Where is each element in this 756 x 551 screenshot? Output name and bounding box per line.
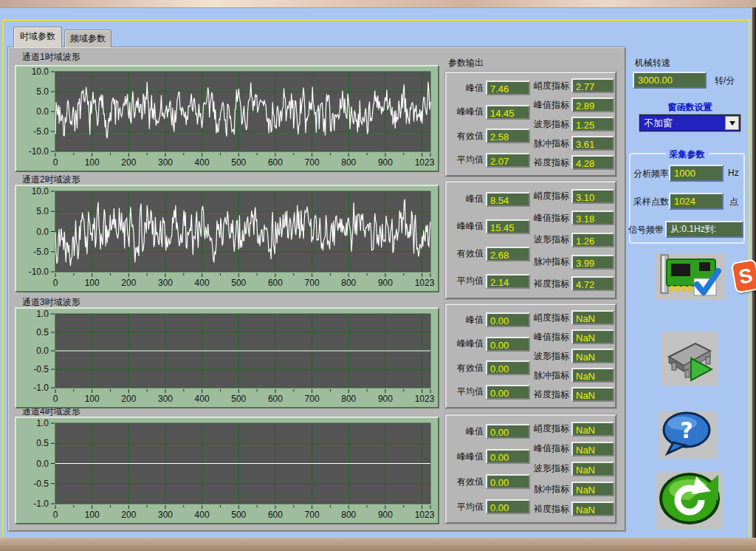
y-tick-label: -5.0 <box>16 247 49 257</box>
y-tick-label: 0.0 <box>16 346 49 356</box>
param-label: 平均值 <box>450 154 484 166</box>
y-tick-label: 0.0 <box>16 227 49 237</box>
chip-run-icon <box>663 332 717 386</box>
x-tick-label: 0 <box>39 510 72 520</box>
sample-count-input[interactable]: 1024 <box>669 193 724 210</box>
param-field: 有效值0.00 <box>450 360 532 375</box>
param-label: 峭度指标 <box>529 190 569 202</box>
param-value: 2.77 <box>571 78 614 93</box>
x-tick-label: 200 <box>112 278 145 288</box>
signal-band-input[interactable]: 从:0.1Hz到: <box>665 221 743 238</box>
param-value: NaN <box>571 482 614 496</box>
sogou-icon[interactable]: S <box>731 259 756 293</box>
x-tick-label: 900 <box>369 157 402 168</box>
param-value: 1.26 <box>571 233 614 247</box>
y-tick-label: 10.0 <box>16 186 49 196</box>
param-label: 峰峰值 <box>450 451 484 463</box>
x-tick-label: 1023 <box>408 157 441 168</box>
param-label: 峰值指标 <box>529 99 569 112</box>
analysis-freq-unit: Hz <box>728 168 739 178</box>
waveform-chart-ch4: 1.00.50.0-0.5-1.001002003004005006007008… <box>15 417 439 524</box>
refresh-button[interactable] <box>656 472 723 529</box>
param-label: 峰值 <box>450 82 484 95</box>
device-check-button[interactable] <box>655 253 725 300</box>
param-value: NaN <box>571 349 614 363</box>
param-label: 平均值 <box>450 501 484 513</box>
param-value: 3.10 <box>571 189 614 204</box>
analysis-freq-input[interactable]: 1000 <box>669 165 724 182</box>
x-tick-label: 300 <box>149 278 182 288</box>
x-tick-label: 900 <box>369 510 402 520</box>
x-tick-label: 300 <box>149 510 182 520</box>
window-function-value: 不加窗 <box>644 117 673 129</box>
param-field: 峰值0.00 <box>450 312 532 327</box>
param-value: 2.14 <box>486 274 530 289</box>
param-field: 平均值2.14 <box>450 274 532 289</box>
param-label: 峰值 <box>450 314 484 326</box>
x-tick-label: 0 <box>39 278 72 288</box>
tab-freq-domain[interactable]: 频域参数 <box>64 30 111 47</box>
param-value: 2.07 <box>486 153 530 168</box>
dropdown-button[interactable] <box>725 116 739 130</box>
y-tick-label: -1.0 <box>16 383 49 393</box>
param-field: 峰峰值0.00 <box>450 449 532 464</box>
x-tick-label: 900 <box>369 394 402 404</box>
param-label: 峰值 <box>450 193 484 205</box>
y-tick-label: 5.0 <box>16 206 49 216</box>
param-field: 平均值0.00 <box>450 499 532 514</box>
param-value: NaN <box>571 368 614 383</box>
y-tick-label: 0.5 <box>16 327 49 338</box>
param-field: 波形指标1.26 <box>529 233 616 247</box>
param-value: 3.61 <box>571 136 614 151</box>
y-tick-label: -1.0 <box>16 499 49 509</box>
param-field: 脉冲指标3.99 <box>529 255 616 270</box>
param-field: 脉冲指标NaN <box>529 482 616 496</box>
param-value: 2.58 <box>486 129 530 143</box>
param-label: 波形指标 <box>529 233 569 246</box>
x-tick-label: 500 <box>222 394 255 404</box>
sample-count-unit: 点 <box>729 196 738 208</box>
param-label: 波形指标 <box>529 462 569 475</box>
param-field: 峭度指标NaN <box>529 310 616 325</box>
y-tick-label: 0.0 <box>16 106 49 117</box>
x-tick-label: 0 <box>39 394 72 404</box>
x-tick-label: 700 <box>296 278 329 288</box>
param-field: 脉冲指标3.61 <box>529 136 616 151</box>
param-value: 4.28 <box>571 155 614 170</box>
param-field: 有效值2.68 <box>450 247 532 261</box>
speed-input[interactable]: 3000.00 <box>633 72 707 89</box>
param-label: 有效值 <box>450 476 484 488</box>
speed-label: 机械转速 <box>635 57 670 69</box>
param-field: 有效值0.00 <box>450 474 532 489</box>
acquisition-group-title: 采集参数 <box>629 147 745 161</box>
param-label: 裕度指标 <box>529 278 569 290</box>
tab-time-domain[interactable]: 时域参数 <box>13 27 62 47</box>
param-value: 4.72 <box>571 276 614 291</box>
param-label: 峭度指标 <box>529 80 569 92</box>
x-tick-label: 700 <box>296 394 329 404</box>
x-tick-label: 200 <box>112 157 145 168</box>
param-field: 波形指标1.25 <box>529 117 616 131</box>
waveform-chart-ch2: 10.05.00.0-5.0-10.0010020030040050060070… <box>15 185 439 292</box>
param-label: 波形指标 <box>529 350 569 363</box>
param-value: NaN <box>571 310 614 325</box>
app-window: 时域参数 频域参数 通道1时域波形 通道2时域波形 通道3时域波形 通道4时域波… <box>0 7 756 538</box>
help-button[interactable]: ? <box>659 411 717 459</box>
x-tick-label: 800 <box>332 394 365 404</box>
y-tick-label: -10.0 <box>16 267 49 277</box>
param-value: 14.45 <box>486 105 530 120</box>
x-tick-label: 600 <box>259 510 292 520</box>
param-label: 峰值指标 <box>529 442 569 455</box>
param-value: 0.00 <box>486 499 530 514</box>
chart-title-ch1: 通道1时域波形 <box>22 51 80 64</box>
speed-unit: 转/分 <box>715 75 735 87</box>
param-field: 峰值0.00 <box>450 424 532 439</box>
window-function-dropdown[interactable]: 不加窗 <box>639 114 740 131</box>
refresh-icon <box>658 472 721 529</box>
chip-run-button[interactable] <box>662 332 718 386</box>
y-tick-label: 10.0 <box>16 66 49 77</box>
param-label: 脉冲指标 <box>529 369 569 382</box>
x-tick-label: 1023 <box>408 394 441 404</box>
param-field: 峰值8.54 <box>450 192 532 207</box>
param-field: 峭度指标3.10 <box>529 189 616 204</box>
